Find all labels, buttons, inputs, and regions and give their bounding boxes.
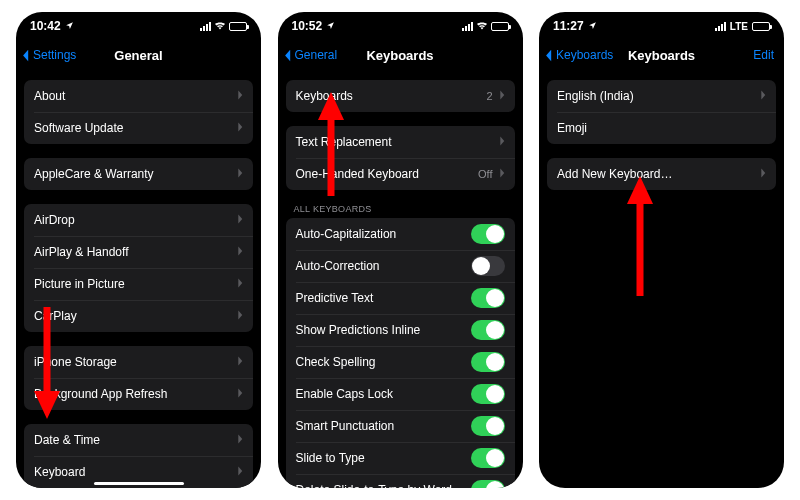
- battery-icon: [491, 22, 509, 31]
- cell-label: About: [34, 89, 237, 103]
- row-delete-slide-to-type-by-word[interactable]: Delete Slide-to-Type by Word: [286, 474, 515, 488]
- row-background-app-refresh[interactable]: Background App Refresh: [24, 378, 253, 410]
- phone-keyboards-list: 11:27 LTE Keyboards Keyboards Edit Engli…: [539, 12, 784, 488]
- row-software-update[interactable]: Software Update: [24, 112, 253, 144]
- cell-label: Add New Keyboard…: [557, 167, 760, 181]
- row-smart-punctuation[interactable]: Smart Punctuation: [286, 410, 515, 442]
- row-auto-capitalization[interactable]: Auto-Capitalization: [286, 218, 515, 250]
- toggle-smart-punctuation[interactable]: [471, 416, 505, 436]
- settings-group: Add New Keyboard…: [547, 158, 776, 190]
- cell-label: AppleCare & Warranty: [34, 167, 237, 181]
- row-carplay[interactable]: CarPlay: [24, 300, 253, 332]
- chevron-right-icon: [237, 213, 243, 227]
- cell-group: Text ReplacementOne-Handed KeyboardOff: [286, 126, 515, 190]
- row-applecare-warranty[interactable]: AppleCare & Warranty: [24, 158, 253, 190]
- toggle-check-spelling[interactable]: [471, 352, 505, 372]
- settings-group: AboutSoftware Update: [24, 80, 253, 144]
- signal-icon: [462, 22, 473, 31]
- settings-group: Keyboards2: [286, 80, 515, 112]
- cell-label: Text Replacement: [296, 135, 499, 149]
- cell-label: Background App Refresh: [34, 387, 237, 401]
- wifi-icon: [214, 19, 226, 33]
- chevron-right-icon: [237, 355, 243, 369]
- cell-label: Software Update: [34, 121, 237, 135]
- row-predictive-text[interactable]: Predictive Text: [286, 282, 515, 314]
- row-text-replacement[interactable]: Text Replacement: [286, 126, 515, 158]
- nav-title: General: [114, 48, 162, 63]
- cell-group: English (India)Emoji: [547, 80, 776, 144]
- row-picture-in-picture[interactable]: Picture in Picture: [24, 268, 253, 300]
- cell-group: AirDropAirPlay & HandoffPicture in Pictu…: [24, 204, 253, 332]
- chevron-right-icon: [237, 167, 243, 181]
- back-button[interactable]: Settings: [22, 40, 76, 70]
- cell-detail: 2: [486, 90, 492, 102]
- toggle-auto-capitalization[interactable]: [471, 224, 505, 244]
- row-english-india[interactable]: English (India): [547, 80, 776, 112]
- cell-label: AirDrop: [34, 213, 237, 227]
- edit-button[interactable]: Edit: [753, 40, 774, 70]
- nav-bar: Settings General: [16, 40, 261, 70]
- toggle-delete-slide-to-type-by-word[interactable]: [471, 480, 505, 488]
- settings-group: Date & TimeKeyboardFontsLanguage & Regio…: [24, 424, 253, 488]
- row-add-new-keyboard[interactable]: Add New Keyboard…: [547, 158, 776, 190]
- location-icon: [588, 19, 597, 33]
- settings-group: iPhone StorageBackground App Refresh: [24, 346, 253, 410]
- status-bar: 11:27 LTE: [539, 12, 784, 40]
- chevron-right-icon: [237, 277, 243, 291]
- cell-label: iPhone Storage: [34, 355, 237, 369]
- row-keyboards[interactable]: Keyboards2: [286, 80, 515, 112]
- row-airdrop[interactable]: AirDrop: [24, 204, 253, 236]
- battery-icon: [229, 22, 247, 31]
- keyboards-list-content: English (India)EmojiAdd New Keyboard…: [539, 70, 784, 488]
- cell-detail: Off: [478, 168, 492, 180]
- cell-label: One-Handed Keyboard: [296, 167, 479, 181]
- home-indicator[interactable]: [94, 482, 184, 485]
- status-bar: 10:42: [16, 12, 261, 40]
- toggle-show-predictions-inline[interactable]: [471, 320, 505, 340]
- cell-label: Picture in Picture: [34, 277, 237, 291]
- general-content: AboutSoftware UpdateAppleCare & Warranty…: [16, 70, 261, 488]
- row-airplay-handoff[interactable]: AirPlay & Handoff: [24, 236, 253, 268]
- back-label: Settings: [33, 48, 76, 62]
- row-one-handed-keyboard[interactable]: One-Handed KeyboardOff: [286, 158, 515, 190]
- row-slide-to-type[interactable]: Slide to Type: [286, 442, 515, 474]
- row-auto-correction[interactable]: Auto-Correction: [286, 250, 515, 282]
- chevron-right-icon: [499, 135, 505, 149]
- cell-label: English (India): [557, 89, 760, 103]
- row-date-time[interactable]: Date & Time: [24, 424, 253, 456]
- back-button[interactable]: Keyboards: [545, 40, 613, 70]
- row-iphone-storage[interactable]: iPhone Storage: [24, 346, 253, 378]
- row-about[interactable]: About: [24, 80, 253, 112]
- row-check-spelling[interactable]: Check Spelling: [286, 346, 515, 378]
- cell-label: Show Predictions Inline: [296, 323, 471, 337]
- back-button[interactable]: General: [284, 40, 338, 70]
- group-header: ALL KEYBOARDS: [286, 204, 515, 218]
- row-show-predictions-inline[interactable]: Show Predictions Inline: [286, 314, 515, 346]
- status-time: 10:42: [30, 19, 61, 33]
- toggle-predictive-text[interactable]: [471, 288, 505, 308]
- settings-group: AirDropAirPlay & HandoffPicture in Pictu…: [24, 204, 253, 332]
- cell-label: Delete Slide-to-Type by Word: [296, 483, 471, 488]
- status-time: 11:27: [553, 19, 584, 33]
- toggle-enable-caps-lock[interactable]: [471, 384, 505, 404]
- lte-label: LTE: [730, 21, 748, 32]
- cell-label: Keyboard: [34, 465, 237, 479]
- chevron-right-icon: [499, 167, 505, 181]
- cell-group: AppleCare & Warranty: [24, 158, 253, 190]
- row-enable-caps-lock[interactable]: Enable Caps Lock: [286, 378, 515, 410]
- chevron-right-icon: [237, 465, 243, 479]
- chevron-right-icon: [237, 309, 243, 323]
- status-bar: 10:52: [278, 12, 523, 40]
- cell-label: Date & Time: [34, 433, 237, 447]
- toggle-slide-to-type[interactable]: [471, 448, 505, 468]
- row-emoji[interactable]: Emoji: [547, 112, 776, 144]
- chevron-right-icon: [499, 89, 505, 103]
- chevron-right-icon: [237, 245, 243, 259]
- battery-icon: [752, 22, 770, 31]
- cell-group: Keyboards2: [286, 80, 515, 112]
- cell-group: AboutSoftware Update: [24, 80, 253, 144]
- toggle-auto-correction[interactable]: [471, 256, 505, 276]
- location-icon: [65, 19, 74, 33]
- signal-icon: [715, 22, 726, 31]
- location-icon: [326, 19, 335, 33]
